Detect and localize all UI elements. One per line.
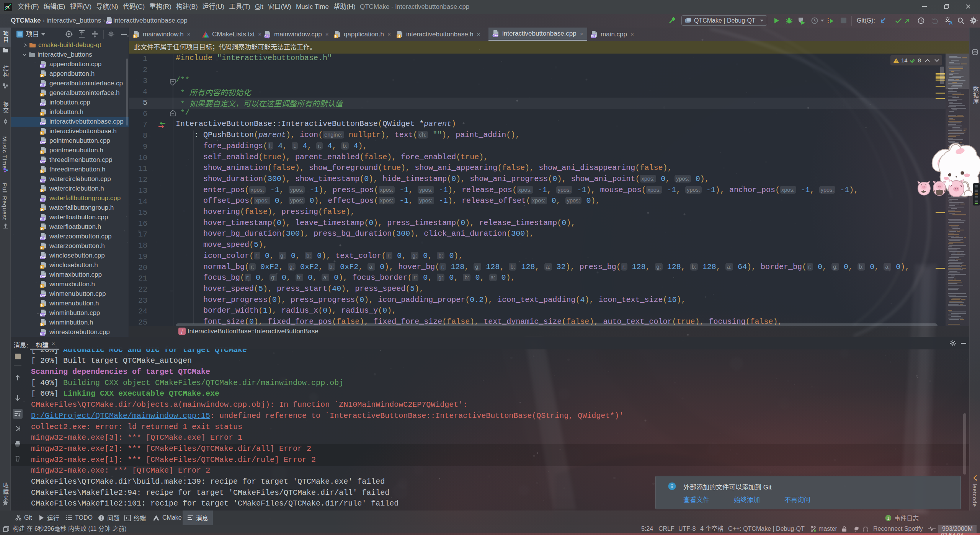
svg-text:1: 1 <box>887 515 889 520</box>
svg-text:H: H <box>41 208 43 212</box>
svg-text:C++: C++ <box>106 21 112 24</box>
svg-text:C++: C++ <box>40 198 46 202</box>
svg-text:H: H <box>41 112 43 116</box>
svg-text:C++: C++ <box>40 256 46 259</box>
svg-text:H: H <box>41 150 43 154</box>
svg-text:H: H <box>41 323 43 326</box>
svg-text:H: H <box>41 189 43 192</box>
svg-text:C++: C++ <box>40 103 46 106</box>
svg-text:A: A <box>949 20 953 25</box>
svg-text:C++: C++ <box>40 217 46 221</box>
svg-text:C++: C++ <box>40 332 46 336</box>
svg-text:H: H <box>41 246 43 250</box>
svg-text:C++: C++ <box>40 275 46 278</box>
svg-text:C++: C++ <box>40 64 46 68</box>
svg-text:C++: C++ <box>40 313 46 316</box>
svg-text:C++: C++ <box>40 160 46 163</box>
svg-text:H: H <box>41 170 43 173</box>
svg-text:C++: C++ <box>40 83 46 87</box>
svg-text:C++: C++ <box>40 179 46 183</box>
svg-text:H: H <box>41 131 43 135</box>
svg-text:C++: C++ <box>40 122 46 125</box>
svg-text:H: H <box>41 265 43 269</box>
svg-text:H: H <box>41 74 43 78</box>
svg-text:H: H <box>41 303 43 307</box>
svg-text:C++: C++ <box>40 294 46 297</box>
svg-text:C++: C++ <box>40 237 46 240</box>
svg-text:H: H <box>41 284 43 288</box>
svg-text:H: H <box>41 227 43 231</box>
svg-text:H: H <box>41 93 43 97</box>
svg-text:C++: C++ <box>40 141 46 144</box>
svg-text:CL: CL <box>5 5 10 9</box>
